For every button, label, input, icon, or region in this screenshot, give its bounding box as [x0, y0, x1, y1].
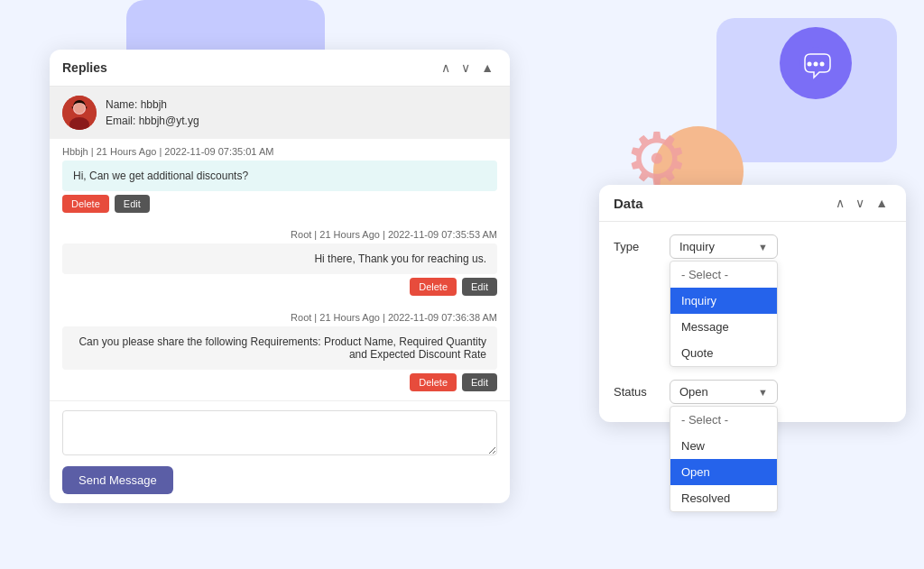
type-option-select[interactable]: - Select -: [670, 262, 777, 288]
svg-point-7: [74, 103, 85, 114]
delete-button-3[interactable]: Delete: [410, 373, 457, 391]
type-option-inquiry[interactable]: Inquiry: [670, 288, 777, 314]
svg-point-2: [814, 62, 818, 67]
type-select[interactable]: Inquiry ▼: [670, 234, 778, 259]
message-text-2: Hi there, Thank you for reaching us.: [314, 252, 486, 265]
status-chevron-icon: ▼: [758, 387, 768, 398]
type-option-message[interactable]: Message: [670, 314, 777, 340]
status-option-resolved[interactable]: Resolved: [670, 485, 777, 511]
replies-panel-header: Replies ∧ ∨ ▲: [50, 50, 510, 87]
delete-button-1[interactable]: Delete: [62, 195, 109, 213]
type-select-wrapper: Inquiry ▼ - Select - Inquiry Message Quo…: [670, 234, 778, 259]
avatar: [62, 96, 97, 130]
reply-textarea[interactable]: [62, 410, 497, 455]
status-label: Status: [614, 380, 659, 399]
message-area: Hbbjh | 21 Hours Ago | 2022-11-09 07:35:…: [50, 139, 510, 400]
expand-button[interactable]: ▲: [477, 59, 497, 77]
data-expand-button[interactable]: ▲: [872, 194, 892, 212]
status-field-row: Status Open ▼ - Select - New Open Resolv…: [599, 367, 906, 404]
status-option-select[interactable]: - Select -: [670, 407, 777, 433]
replies-panel-controls: ∧ ∨ ▲: [438, 59, 497, 77]
type-label: Type: [614, 234, 659, 253]
data-panel-controls: ∧ ∨ ▲: [832, 194, 892, 212]
message-actions-1: Delete Edit: [62, 195, 497, 213]
type-select-value: Inquiry: [679, 240, 715, 253]
status-dropdown: - Select - New Open Resolved: [670, 406, 778, 512]
message-bubble-2: Hi there, Thank you for reaching us.: [62, 243, 497, 274]
type-field-row: Type Inquiry ▼ - Select - Inquiry Messag…: [599, 222, 906, 259]
message-meta-1: Hbbjh | 21 Hours Ago | 2022-11-09 07:35:…: [50, 139, 510, 161]
edit-button-2[interactable]: Edit: [462, 278, 497, 296]
data-panel-header: Data ∧ ∨ ▲: [599, 185, 906, 222]
user-name: Name: hbbjh: [106, 96, 199, 113]
status-option-new[interactable]: New: [670, 433, 777, 459]
message-actions-2: Delete Edit: [62, 278, 497, 296]
replies-panel-title: Replies: [62, 60, 107, 75]
data-panel-title: Data: [614, 196, 643, 211]
reply-input-area: Send Message: [50, 400, 510, 503]
data-collapse-up-button[interactable]: ∧: [832, 194, 848, 212]
svg-point-3: [820, 62, 825, 67]
type-chevron-icon: ▼: [758, 242, 768, 252]
message-text-1: Hi, Can we get additional discounts?: [73, 170, 248, 182]
data-collapse-down-button[interactable]: ∨: [852, 194, 868, 212]
replies-panel: Replies ∧ ∨ ▲ Name: hbbjh Email: hbbjh@y…: [50, 50, 510, 503]
user-email: Email: hbbjh@yt.yg: [106, 113, 199, 129]
user-details: Name: hbbjh Email: hbbjh@yt.yg: [106, 96, 199, 129]
status-option-open[interactable]: Open: [670, 459, 777, 485]
message-text-3: Can you please share the following Requi…: [79, 335, 486, 361]
message-bubble-1: Hi, Can we get additional discounts?: [62, 161, 497, 191]
chat-bubble-icon: [780, 27, 852, 99]
user-info-row: Name: hbbjh Email: hbbjh@yt.yg: [50, 87, 510, 139]
edit-button-1[interactable]: Edit: [115, 195, 150, 213]
collapse-down-button[interactable]: ∨: [457, 59, 474, 77]
status-select-wrapper: Open ▼ - Select - New Open Resolved: [670, 380, 778, 404]
message-bubble-3: Can you please share the following Requi…: [62, 326, 497, 370]
status-select[interactable]: Open ▼: [670, 380, 778, 404]
message-meta-2: Root | 21 Hours Ago | 2022-11-09 07:35:5…: [50, 222, 510, 243]
status-select-value: Open: [679, 385, 708, 399]
message-actions-3: Delete Edit: [62, 373, 497, 391]
delete-button-2[interactable]: Delete: [410, 278, 457, 296]
type-option-quote[interactable]: Quote: [670, 340, 777, 366]
message-meta-3: Root | 21 Hours Ago | 2022-11-09 07:36:3…: [50, 305, 510, 326]
type-dropdown: - Select - Inquiry Message Quote: [670, 261, 778, 367]
send-message-button[interactable]: Send Message: [62, 466, 173, 494]
svg-point-1: [808, 62, 812, 67]
edit-button-3[interactable]: Edit: [462, 373, 497, 391]
data-panel: Data ∧ ∨ ▲ Type Inquiry ▼ - Select - Inq…: [599, 185, 906, 422]
collapse-up-button[interactable]: ∧: [438, 59, 454, 77]
